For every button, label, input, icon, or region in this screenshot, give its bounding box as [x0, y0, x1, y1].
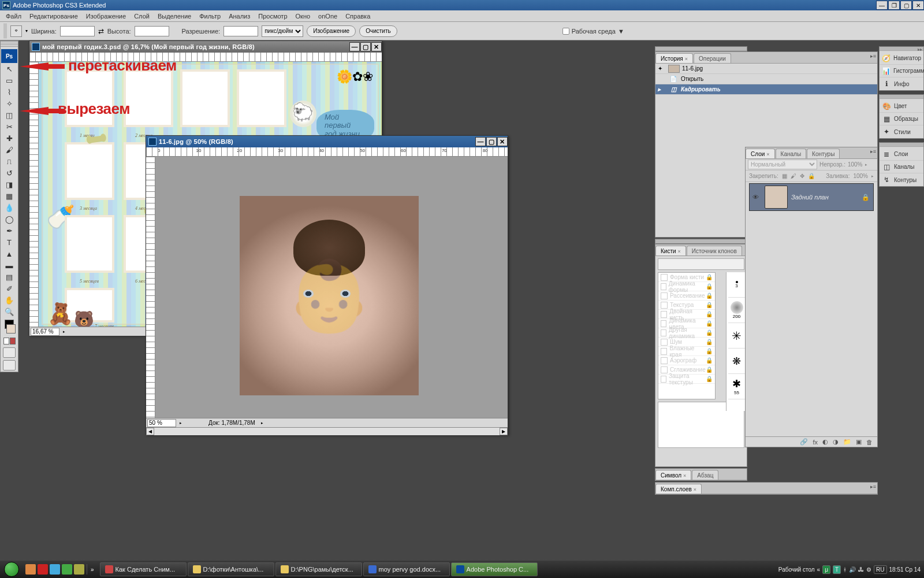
ql-icon[interactable] — [62, 564, 72, 575]
dock-grip[interactable] — [655, 46, 747, 51]
blend-mode-select[interactable]: Нормальный — [748, 160, 817, 169]
layer-name[interactable]: Задний план — [791, 194, 862, 201]
tab-layers[interactable]: Слои× — [746, 149, 775, 158]
resolution-field[interactable] — [223, 26, 258, 36]
menu-image[interactable]: Изображение — [83, 12, 129, 21]
crop-tool[interactable]: ◫ — [1, 109, 17, 121]
tab-layer-comps[interactable]: Комп.слоев× — [655, 484, 702, 494]
ql-icon[interactable] — [25, 564, 36, 575]
side-btn-swatches[interactable]: ▦Образцы — [880, 113, 923, 125]
hand-tool[interactable]: ✋ — [1, 294, 17, 306]
brush-previews[interactable]: 3 200 ✳ ❋ ✱55 — [726, 272, 747, 411]
blur-tool[interactable]: 💧 — [1, 202, 17, 213]
dock-grip-2[interactable] — [655, 239, 747, 244]
start-button[interactable] — [0, 561, 23, 578]
doc1-zoom-field[interactable] — [31, 328, 59, 336]
task-button[interactable]: D:\PNG\рамы\детск... — [275, 562, 362, 576]
side-btn-layers[interactable]: ≣Слои — [880, 148, 923, 161]
path-select-tool[interactable]: ▲ — [1, 248, 17, 260]
layer-thumbnail[interactable] — [765, 186, 788, 209]
menu-analysis[interactable]: Анализ — [225, 12, 254, 21]
side-btn-info[interactable]: ℹИнфо — [880, 77, 923, 90]
language-button[interactable]: RU — [874, 565, 886, 574]
lasso-tool[interactable]: ⌇ — [1, 86, 17, 98]
brush-preset-selector[interactable] — [658, 258, 744, 270]
workspace-switcher[interactable]: Рабочая среда ▼ — [562, 28, 624, 35]
slice-tool[interactable]: ✂ — [1, 121, 17, 132]
ql-icon[interactable] — [38, 564, 48, 575]
brush-tool[interactable]: 🖌 — [1, 144, 17, 155]
layer-mask-button[interactable]: ◐ — [822, 438, 828, 446]
minimize-button[interactable]: — — [876, 1, 888, 10]
layer-visibility-icon[interactable]: 👁 — [750, 194, 761, 201]
side-btn-navigator[interactable]: 🧭Навигатор — [880, 52, 923, 65]
link-layers-button[interactable]: 🔗 — [800, 438, 808, 446]
move-tool[interactable]: ↖ — [1, 63, 17, 75]
wand-tool[interactable]: ✧ — [1, 98, 17, 109]
tab-channels[interactable]: Каналы — [776, 149, 807, 158]
optbar-grip[interactable] — [3, 24, 7, 39]
lock-move-button[interactable]: ✥ — [800, 173, 804, 179]
marquee-tool[interactable]: ▭ — [1, 75, 17, 86]
doc1-maximize-button[interactable]: ▢ — [360, 42, 371, 51]
type-tool[interactable]: T — [1, 236, 17, 248]
pen-tool[interactable]: ✒ — [1, 225, 17, 236]
close-button[interactable]: ✕ — [912, 1, 924, 10]
side-btn-color[interactable]: 🎨Цвет — [880, 100, 923, 113]
lock-pixels-button[interactable]: ▦ — [782, 173, 787, 179]
tab-paragraph[interactable]: Абзац — [692, 470, 718, 480]
adjustment-layer-button[interactable]: ◑ — [833, 438, 839, 446]
layer-fx-button[interactable]: fx — [813, 439, 818, 446]
notes-tool[interactable]: ▤ — [1, 271, 17, 283]
restore-button[interactable]: ❐ — [888, 1, 900, 10]
lock-paint-button[interactable]: 🖌 — [791, 173, 796, 179]
menu-edit[interactable]: Редактирование — [26, 12, 81, 21]
history-brush-tool[interactable]: ↺ — [1, 167, 17, 179]
language-indicator[interactable]: μ — [822, 565, 830, 574]
task-button[interactable]: D:\фотки\Антошка\... — [188, 562, 274, 576]
doc1-status-menu[interactable]: ▸ — [63, 329, 65, 334]
doc2-ruler-v[interactable] — [146, 157, 155, 418]
tab-history[interactable]: История× — [655, 53, 693, 63]
tab-clone-source[interactable]: Источник клонов — [687, 246, 742, 255]
ps-logo-icon[interactable]: Ps — [1, 49, 17, 63]
tab-actions[interactable]: Операции — [694, 53, 731, 63]
height-field[interactable] — [135, 26, 169, 36]
ql-overflow[interactable]: » — [87, 566, 98, 573]
side-btn-histogram[interactable]: 📊Гистограмма — [880, 65, 923, 77]
brush-options-list[interactable]: Форма кисти🔒 Динамика формы🔒 Рассеивание… — [658, 272, 716, 399]
dodge-tool[interactable]: ◯ — [1, 213, 17, 225]
menu-layer[interactable]: Слой — [131, 12, 153, 21]
doc2-zoom-field[interactable] — [147, 419, 176, 427]
tray-icon[interactable]: ⚙ — [866, 566, 871, 573]
gradient-tool[interactable]: ▦ — [1, 190, 17, 202]
tab-brushes[interactable]: Кисти× — [655, 246, 686, 255]
tab-character[interactable]: Символ× — [655, 470, 691, 480]
new-layer-button[interactable]: ▣ — [856, 438, 862, 446]
doc2-titlebar[interactable]: 11-6.jpg @ 50% (RGB/8) — ▢ ✕ — [146, 136, 508, 147]
menu-window[interactable]: Окно — [292, 12, 314, 21]
screen-mode-button[interactable] — [3, 347, 16, 358]
task-button[interactable]: Как Сделать Сним... — [100, 562, 187, 576]
eyedropper-tool[interactable]: ✐ — [1, 283, 17, 294]
zoom-tool[interactable]: 🔍 — [1, 306, 17, 317]
side-btn-paths[interactable]: ↯Контуры — [880, 173, 923, 186]
crop-tool-icon[interactable]: ⌔ — [10, 25, 22, 37]
history-snapshot[interactable]: ✦ 11-6.jpg — [655, 64, 877, 74]
doc2-maximize-button[interactable]: ▢ — [486, 137, 497, 146]
torrent-icon[interactable]: T — [833, 565, 841, 574]
doc1-ruler-v[interactable] — [29, 62, 39, 327]
ql-icon[interactable] — [50, 564, 60, 575]
menu-help[interactable]: Справка — [342, 12, 374, 21]
doc2-scrollbar-h[interactable]: ◀▶ — [146, 427, 508, 435]
doc2-ruler-h[interactable]: 01020304050607080 — [146, 147, 508, 157]
side-btn-styles[interactable]: ✦Стили — [880, 125, 923, 138]
menu-file[interactable]: Файл — [2, 12, 25, 21]
lock-all-button[interactable]: 🔒 — [808, 173, 815, 179]
clock[interactable]: 18:51 Ср 14 — [889, 566, 921, 573]
side-btn-channels[interactable]: ◫Каналы — [880, 161, 923, 173]
swap-dims-button[interactable]: ⇄ — [98, 27, 104, 35]
units-select[interactable]: пикс/дюйм — [262, 25, 303, 37]
show-desktop-button[interactable]: Рабочий стол — [778, 566, 815, 573]
doc1-minimize-button[interactable]: — — [349, 42, 360, 51]
